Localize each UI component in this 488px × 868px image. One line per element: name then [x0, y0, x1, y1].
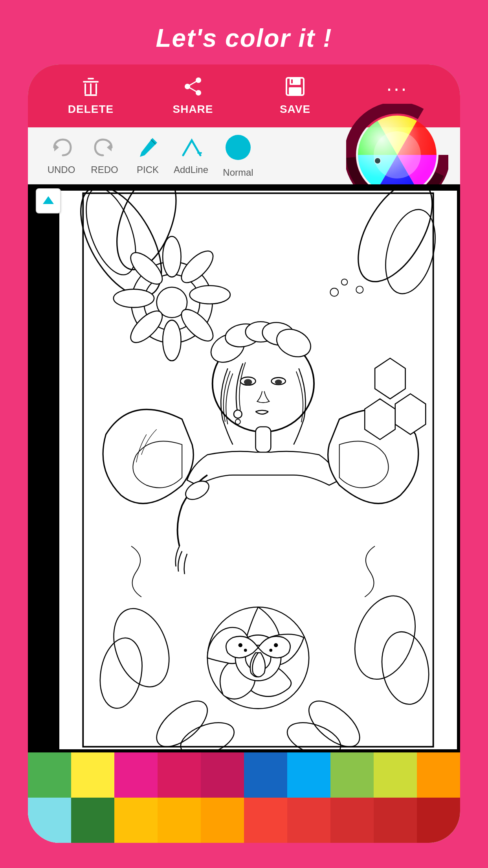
color-orange[interactable] — [417, 752, 460, 798]
svg-rect-13 — [289, 87, 301, 94]
svg-marker-27 — [43, 196, 54, 204]
color-red2[interactable] — [287, 798, 330, 843]
delete-button[interactable]: DELETE — [67, 76, 114, 116]
svg-marker-15 — [54, 143, 59, 151]
phone-screen: DELETE SHARE — [28, 64, 460, 843]
delete-icon — [81, 76, 101, 100]
drawing-background — [28, 184, 460, 752]
undo-label: UNDO — [48, 164, 75, 175]
color-blue1[interactable] — [244, 752, 287, 798]
svg-line-9 — [187, 80, 198, 86]
svg-point-62 — [269, 649, 272, 652]
redo-label: REDO — [91, 164, 118, 175]
save-button[interactable]: SAVE — [272, 76, 319, 116]
svg-point-38 — [163, 236, 181, 277]
color-red1[interactable] — [244, 798, 287, 843]
svg-rect-2 — [84, 83, 86, 94]
pick-button[interactable]: PICK — [126, 136, 169, 175]
svg-point-44 — [114, 289, 154, 308]
svg-point-75 — [356, 286, 363, 293]
share-button[interactable]: SHARE — [169, 76, 216, 116]
share-label: SHARE — [172, 103, 213, 116]
color-pink1[interactable] — [114, 752, 158, 798]
phone-frame: DELETE SHARE — [28, 64, 460, 843]
svg-rect-4 — [95, 83, 97, 94]
color-lightblue1[interactable] — [287, 752, 330, 798]
color-lightgreen[interactable] — [330, 752, 374, 798]
addline-icon — [180, 136, 202, 162]
svg-point-24 — [374, 158, 381, 164]
svg-point-40 — [190, 286, 230, 304]
color-darkgreen[interactable] — [71, 798, 114, 843]
svg-rect-18 — [197, 152, 202, 154]
color-amber1[interactable] — [114, 798, 158, 843]
fairy-illustration — [59, 191, 457, 749]
save-icon — [285, 76, 305, 100]
redo-icon — [94, 136, 116, 162]
svg-rect-0 — [83, 81, 99, 83]
color-red4[interactable] — [374, 798, 417, 843]
color-palette — [28, 752, 460, 843]
svg-rect-5 — [84, 94, 97, 96]
svg-rect-56 — [256, 427, 271, 452]
normal-icon — [224, 134, 252, 165]
svg-rect-1 — [88, 78, 94, 79]
addline-button[interactable]: AddLine — [169, 136, 213, 175]
redo-button[interactable]: REDO — [83, 136, 126, 175]
normal-label: Normal — [223, 167, 253, 178]
color-yellow[interactable] — [71, 752, 114, 798]
svg-rect-14 — [291, 79, 293, 83]
svg-marker-16 — [107, 143, 112, 151]
up-arrow-button[interactable] — [36, 188, 61, 213]
palette-row-2 — [28, 798, 460, 843]
svg-point-74 — [341, 279, 348, 285]
more-icon: ··· — [386, 76, 408, 100]
canvas-area — [28, 184, 460, 752]
color-lightcyan[interactable] — [28, 798, 71, 843]
svg-point-63 — [238, 643, 242, 647]
pick-label: PICK — [137, 164, 159, 175]
color-pink2[interactable] — [158, 752, 201, 798]
addline-label: AddLine — [174, 164, 208, 175]
svg-point-77 — [235, 419, 240, 424]
phone-container: Let's color it ! DE — [0, 0, 488, 868]
color-red3[interactable] — [330, 798, 374, 843]
save-label: SAVE — [280, 103, 310, 116]
normal-button[interactable]: Normal — [213, 134, 264, 178]
svg-point-73 — [330, 288, 338, 296]
svg-point-76 — [234, 410, 242, 418]
color-lime[interactable] — [374, 752, 417, 798]
delete-label: DELETE — [68, 103, 114, 116]
svg-point-23 — [374, 131, 421, 178]
color-amber3[interactable] — [201, 798, 244, 843]
palette-row-1 — [28, 752, 460, 798]
svg-line-10 — [187, 86, 198, 93]
svg-point-61 — [274, 643, 278, 647]
svg-point-42 — [163, 320, 181, 360]
svg-point-19 — [226, 135, 251, 160]
svg-point-53 — [244, 379, 252, 385]
svg-point-55 — [275, 380, 282, 385]
color-amber2[interactable] — [158, 798, 201, 843]
color-pink3[interactable] — [201, 752, 244, 798]
pick-icon — [137, 136, 159, 162]
color-red5[interactable] — [417, 798, 460, 843]
drawing-canvas[interactable] — [59, 191, 457, 749]
svg-point-64 — [244, 649, 247, 652]
undo-icon — [50, 136, 72, 162]
undo-button[interactable]: UNDO — [40, 136, 83, 175]
app-title: Let's color it ! — [156, 24, 332, 53]
up-arrow-icon — [41, 194, 55, 208]
svg-rect-3 — [90, 83, 92, 94]
share-icon — [183, 76, 203, 100]
color-green[interactable] — [28, 752, 71, 798]
tools-row: UNDO REDO — [28, 127, 460, 184]
